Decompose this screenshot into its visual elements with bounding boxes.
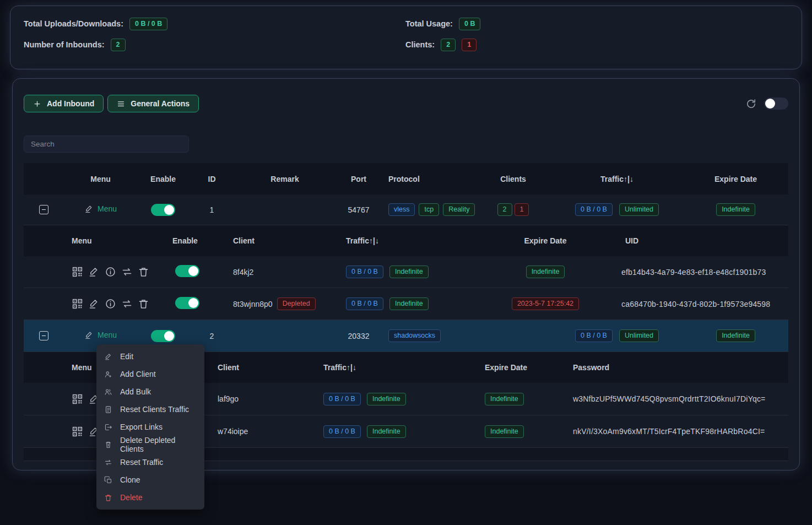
inbound-enable-toggle[interactable] (151, 330, 175, 342)
menu-item-delete[interactable]: Delete (96, 489, 204, 506)
header-expire-date: Expire Date (475, 363, 569, 372)
reset-traffic-icon[interactable] (121, 298, 133, 310)
stat-total-uploads-downloads: Total Uploads/Downloads: 0 B / 0 B (24, 17, 405, 30)
menu-lines-icon (117, 100, 125, 108)
search-input[interactable] (24, 136, 189, 153)
expire-badge: 2023-5-7 17:25:42 (512, 297, 579, 310)
header-menu: Menu (24, 236, 168, 245)
transport-tag: tcp (419, 203, 439, 216)
menu-item-delete-depleted-clients[interactable]: Delete Depleted Clients (96, 436, 204, 453)
menu-item-label: Export Links (120, 423, 163, 431)
qrcode-icon[interactable] (72, 426, 83, 437)
add-inbound-button[interactable]: Add Inbound (24, 95, 104, 112)
toggle-knob (164, 331, 174, 341)
header-expire-date: Expire Date (474, 236, 617, 245)
menu-item-clone[interactable]: Clone (96, 471, 204, 489)
client-uid: ca68470b-1940-437d-802b-1f9573e94598 (617, 300, 788, 308)
inbound-menu-button[interactable]: Menu (84, 204, 117, 214)
header-traffic-sort[interactable]: Traffic↑|↓ (551, 175, 683, 183)
header-clients: Clients (475, 175, 551, 183)
qrcode-icon[interactable] (72, 393, 83, 405)
traffic-limit-badge: Unlimited (619, 329, 659, 342)
refresh-icon[interactable] (746, 99, 756, 109)
export-links-icon (104, 423, 112, 431)
general-actions-label: General Actions (131, 99, 190, 108)
stat-label: Total Uploads/Downloads: (24, 19, 123, 28)
auto-refresh-toggle[interactable] (764, 98, 788, 110)
stat-value-badge: 2 (111, 39, 126, 51)
delete-client-icon[interactable] (138, 266, 149, 278)
menu-item-label: Delete (120, 493, 142, 502)
header-id: ID (188, 175, 235, 183)
client-uid: efb14b43-4a79-4e83-ef18-e48cf1901b73 (617, 268, 788, 277)
menu-item-label: Add Client (120, 370, 156, 378)
stat-number-of-inbounds: Number of Inbounds: 2 (24, 38, 405, 51)
traffic-badge: 0 B / 0 B (575, 203, 613, 216)
client-password: w3NfbzUPf5WWd745Q8pvsmQrdrttT2IO6knuI7Di… (569, 394, 788, 403)
edit-client-icon[interactable] (88, 298, 100, 310)
client-enable-toggle[interactable] (175, 297, 199, 309)
general-actions-button[interactable]: General Actions (107, 95, 199, 112)
menu-item-add-bulk[interactable]: Add Bulk (96, 383, 204, 400)
client-enable-toggle[interactable] (175, 265, 199, 277)
menu-item-label: Add Bulk (120, 387, 151, 396)
inbound-context-menu: Edit Add Client Add Bulk Reset Clients T… (96, 344, 204, 510)
protocol-tag: vless (388, 203, 415, 216)
menu-item-reset-traffic[interactable]: Reset Traffic (96, 453, 204, 471)
menu-item-edit[interactable]: Edit (96, 348, 204, 365)
client-name: 8f4kj2 (229, 268, 336, 277)
inbound-id: 1 (188, 205, 235, 214)
header-enable: Enable (138, 175, 188, 183)
clients-depleted-badge: 1 (515, 203, 529, 216)
delete-depleted-clients-icon (104, 441, 112, 449)
inbound-port: 20332 (334, 332, 383, 340)
qrcode-icon[interactable] (72, 298, 83, 310)
header-traffic-sort[interactable]: Traffic↑|↓ (336, 236, 474, 245)
toggle-knob (765, 99, 775, 109)
inbound-port: 54767 (334, 205, 383, 214)
expire-badge: Indefinite (526, 266, 565, 278)
client-row: 8t3wjnn8p0 Depleted 0 B / 0 B Indefinite… (24, 288, 788, 320)
menu-item-label: Reset Clients Traffic (120, 405, 189, 414)
qrcode-icon[interactable] (72, 266, 83, 278)
traffic-limit-badge: Indefinite (367, 425, 406, 438)
collapse-row-button[interactable] (39, 331, 48, 340)
stat-label: Total Usage: (405, 19, 453, 28)
inbound-enable-toggle[interactable] (151, 204, 175, 216)
toggle-knob (164, 205, 174, 215)
clients-depleted-badge: 1 (462, 39, 477, 51)
traffic-badge: 0 B / 0 B (346, 297, 383, 310)
menu-item-label: Clone (120, 475, 140, 484)
toggle-knob (188, 266, 198, 276)
menu-item-export-links[interactable]: Export Links (96, 418, 204, 436)
traffic-badge: 0 B / 0 B (323, 425, 361, 438)
delete-icon (104, 494, 112, 502)
protocol-tag: shadowsocks (388, 329, 441, 342)
delete-client-icon[interactable] (138, 298, 149, 310)
edit-icon (84, 331, 94, 340)
client-name: w74ioipe (209, 427, 315, 436)
add-bulk-icon (104, 388, 112, 396)
header-uid: UID (617, 236, 788, 245)
inbound-menu-button[interactable]: Menu (84, 331, 117, 340)
collapse-row-button[interactable] (39, 205, 48, 214)
header-menu: Menu (63, 175, 138, 183)
menu-item-reset-clients-traffic[interactable]: Reset Clients Traffic (96, 400, 204, 418)
toolbar: Add Inbound General Actions (24, 95, 788, 112)
security-tag: Reality (443, 203, 475, 216)
client-row: 8f4kj2 0 B / 0 B Indefinite Indefinite e… (24, 256, 788, 288)
clients-table-1-header: Menu Enable Client Traffic↑|↓ Expire Dat… (24, 225, 788, 256)
info-icon[interactable] (105, 298, 116, 310)
info-icon[interactable] (105, 266, 116, 278)
menu-item-label: Reset Traffic (120, 458, 163, 467)
edit-client-icon[interactable] (88, 266, 100, 278)
expire-badge: Indefinite (485, 425, 524, 438)
reset-traffic-icon (104, 458, 112, 467)
clients-active-badge: 2 (497, 203, 512, 216)
header-traffic-sort[interactable]: Traffic↑|↓ (315, 363, 475, 372)
header-client: Client (229, 236, 336, 245)
reset-traffic-icon[interactable] (121, 266, 133, 278)
traffic-limit-badge: Unlimited (619, 203, 659, 216)
menu-item-add-client[interactable]: Add Client (96, 365, 204, 383)
traffic-limit-badge: Indefinite (389, 266, 429, 278)
